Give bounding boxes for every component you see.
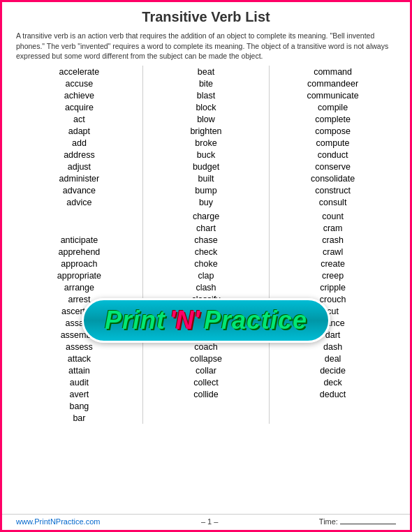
table-row: advicebuyconsult [16, 196, 396, 208]
word-col3: complete [270, 113, 396, 125]
word-col3: create [270, 258, 396, 269]
word-col3: count [270, 210, 396, 222]
word-col1: avert [16, 388, 142, 400]
word-col1: audit [16, 376, 142, 388]
table-row: addressbuckconduct [16, 149, 396, 161]
word-col1: attain [16, 364, 142, 376]
table-row: arrangeclashcripple [16, 281, 396, 293]
word-col1: add [16, 137, 142, 149]
table-row: appropriateclapcreep [16, 269, 396, 281]
word-col3: compute [270, 137, 396, 149]
word-col2: clap [142, 269, 269, 281]
word-col2: charge [142, 210, 269, 222]
table-row: adjustbudgetconserve [16, 161, 396, 172]
table-row: administerbuiltconsolidate [16, 172, 396, 184]
word-col1: bar [16, 412, 142, 424]
table-row: advancebumpconstruct [16, 184, 396, 196]
table-row: acquireblockcompile [16, 101, 396, 113]
footer-page: – 1 – [201, 517, 218, 526]
word-col3: deduct [270, 388, 396, 400]
word-col2: brighten [142, 125, 269, 137]
table-row: apprehendcheckcrawl [16, 246, 396, 258]
word-col1: adapt [16, 125, 142, 137]
word-col3 [270, 400, 396, 412]
footer: www.PrintNPractice.com – 1 – Time: [2, 514, 410, 530]
word-table-container: acceleratebeatcommandaccusebitecommandee… [2, 66, 410, 514]
table-row: avertcollidededuct [16, 388, 396, 400]
banner-pill: Print 'N' Practice [82, 298, 330, 343]
word-col2: buy [142, 196, 269, 208]
word-col3: conduct [270, 149, 396, 161]
word-col1: anticipate [16, 234, 142, 246]
word-col2: clash [142, 281, 269, 293]
word-col3: consult [270, 196, 396, 208]
word-col2: blow [142, 113, 269, 125]
word-col1 [16, 222, 142, 234]
word-col3: creep [270, 269, 396, 281]
word-col2: chase [142, 234, 269, 246]
table-row: accusebitecommandeer [16, 77, 396, 89]
word-col1: appropriate [16, 269, 142, 281]
table-row: adaptbrightencompose [16, 125, 396, 137]
footer-time-line [340, 524, 396, 524]
word-col3: compose [270, 125, 396, 137]
word-col1: adjust [16, 161, 142, 172]
word-col3: deal [270, 353, 396, 364]
word-col2 [142, 412, 269, 424]
table-row: bang [16, 400, 396, 412]
word-col2: built [142, 172, 269, 184]
word-col3: construct [270, 184, 396, 196]
word-col2: collar [142, 364, 269, 376]
word-col2: buck [142, 149, 269, 161]
word-col1: address [16, 149, 142, 161]
table-row: chargecount [16, 210, 396, 222]
footer-time: Time: [319, 517, 396, 526]
table-row: anticipatechasecrash [16, 234, 396, 246]
banner-overlay: Print 'N' Practice [2, 296, 410, 345]
word-col2: choke [142, 258, 269, 269]
word-col1: administer [16, 172, 142, 184]
word-col3: conserve [270, 161, 396, 172]
table-row: achieveblastcommunicate [16, 89, 396, 101]
word-col2: block [142, 101, 269, 113]
word-col3: commandeer [270, 77, 396, 89]
word-col3: crawl [270, 246, 396, 258]
word-col2: bump [142, 184, 269, 196]
word-col3: compile [270, 101, 396, 113]
word-col3: crash [270, 234, 396, 246]
word-col2: budget [142, 161, 269, 172]
table-row: actblowcomplete [16, 113, 396, 125]
word-col1: approach [16, 258, 142, 269]
word-col3 [270, 412, 396, 424]
word-col2: bite [142, 77, 269, 89]
word-col2: collide [142, 388, 269, 400]
word-col2: beat [142, 66, 269, 77]
table-row: attaincollardecide [16, 364, 396, 376]
word-col3: cram [270, 222, 396, 234]
word-col1: arrange [16, 281, 142, 293]
banner-n: 'N' [170, 306, 200, 335]
header: Transitive Verb List [2, 2, 410, 28]
word-col1: acquire [16, 101, 142, 113]
footer-url: www.PrintNPractice.com [16, 517, 100, 526]
word-col2: collect [142, 376, 269, 388]
word-col2: broke [142, 137, 269, 149]
word-col3: consolidate [270, 172, 396, 184]
table-row: attackcollapsedeal [16, 353, 396, 364]
word-col2: chart [142, 222, 269, 234]
table-row: approachchokecreate [16, 258, 396, 269]
page: Transitive Verb List A transitive verb i… [0, 0, 412, 532]
banner-print: Print [105, 306, 165, 335]
word-col2 [142, 400, 269, 412]
word-col3: command [270, 66, 396, 77]
word-col1: achieve [16, 89, 142, 101]
word-table: acceleratebeatcommandaccusebitecommandee… [16, 66, 396, 424]
page-title: Transitive Verb List [16, 9, 396, 25]
table-row: acceleratebeatcommand [16, 66, 396, 77]
word-col3: cripple [270, 281, 396, 293]
word-col3: deck [270, 376, 396, 388]
word-col1: advance [16, 184, 142, 196]
word-col1: attack [16, 353, 142, 364]
table-row: chartcram [16, 222, 396, 234]
word-col1: bang [16, 400, 142, 412]
